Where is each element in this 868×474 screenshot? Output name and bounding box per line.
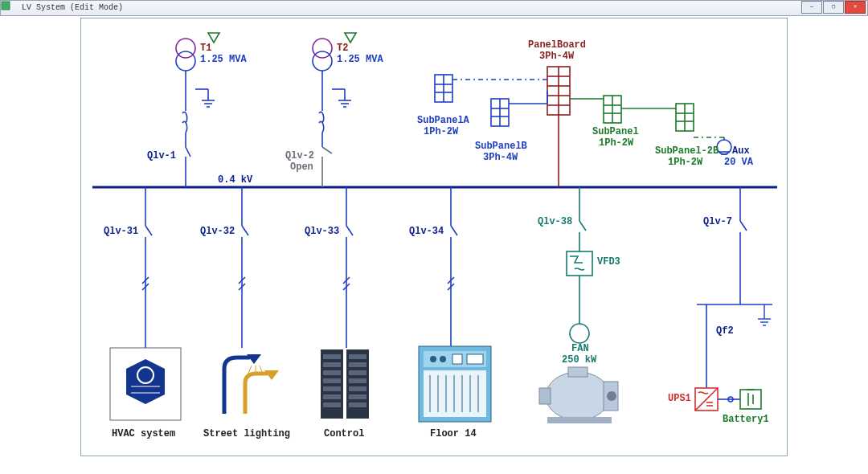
panelboard-name[interactable]: PanelBoard bbox=[528, 39, 586, 51]
qf2-label[interactable]: Qf2 bbox=[716, 325, 734, 337]
svg-line-64 bbox=[346, 226, 353, 235]
svg-rect-106 bbox=[323, 370, 341, 375]
battery1-label[interactable]: Battery1 bbox=[723, 414, 769, 425]
fan-name[interactable]: FAN bbox=[571, 343, 589, 354]
svg-line-85 bbox=[695, 388, 718, 411]
maximize-button[interactable]: ▢ bbox=[823, 1, 844, 14]
qlv32-label[interactable]: Qlv-32 bbox=[200, 226, 235, 237]
subpanel-name[interactable]: SubPanel bbox=[592, 126, 639, 137]
close-button[interactable]: ✕ bbox=[845, 1, 866, 14]
svg-point-132 bbox=[546, 372, 610, 420]
qlv38-label[interactable]: Qlv-38 bbox=[538, 216, 572, 227]
svg-line-6 bbox=[186, 147, 190, 157]
svg-rect-109 bbox=[323, 394, 341, 399]
t2-rating: 1.25 MVA bbox=[337, 54, 383, 65]
svg-rect-111 bbox=[349, 354, 366, 359]
minimize-button[interactable]: — bbox=[801, 1, 822, 14]
t1-name[interactable]: T1 bbox=[200, 43, 211, 54]
qlv1-label[interactable]: Qlv-1 bbox=[147, 150, 176, 161]
subpanel-spec: 1Ph-2W bbox=[599, 137, 633, 149]
svg-rect-108 bbox=[323, 386, 341, 391]
svg-point-129 bbox=[440, 356, 446, 362]
control-caption: Control bbox=[324, 428, 364, 439]
svg-rect-110 bbox=[323, 402, 341, 407]
subpanel-b-spec: 3Ph-4W bbox=[483, 152, 518, 163]
app-icon bbox=[4, 2, 14, 12]
svg-point-128 bbox=[430, 356, 436, 362]
floor14-caption: Floor 14 bbox=[430, 428, 477, 439]
svg-point-135 bbox=[607, 391, 616, 401]
svg-rect-130 bbox=[452, 354, 462, 364]
svg-rect-116 bbox=[349, 394, 366, 399]
subpanel-2b-name[interactable]: SubPanel-2B bbox=[655, 145, 719, 157]
svg-rect-133 bbox=[539, 388, 551, 404]
street-caption: Street lighting bbox=[203, 428, 290, 439]
ups1-label[interactable]: UPS1 bbox=[668, 393, 691, 404]
subpanel-b-name[interactable]: SubPanelB bbox=[475, 141, 527, 152]
svg-point-74 bbox=[570, 324, 589, 343]
subpanel-a-spec: 1Ph-2W bbox=[424, 126, 458, 137]
svg-marker-95 bbox=[126, 359, 165, 404]
subpanel-2b-spec: 1Ph-2W bbox=[668, 157, 702, 168]
aux-rating: 20 VA bbox=[724, 157, 753, 168]
svg-rect-102 bbox=[321, 349, 343, 419]
svg-rect-105 bbox=[323, 362, 341, 367]
window-title: LV System (Edit Mode) bbox=[22, 3, 123, 12]
svg-point-14 bbox=[313, 51, 332, 71]
qlv2-state: Open bbox=[290, 161, 313, 173]
svg-point-3 bbox=[176, 51, 195, 71]
svg-line-17 bbox=[322, 147, 332, 153]
bus-voltage: 0.4 kV bbox=[218, 174, 252, 186]
svg-rect-107 bbox=[323, 378, 341, 383]
vfd3-label[interactable]: VFD3 bbox=[597, 256, 620, 268]
svg-rect-131 bbox=[467, 354, 483, 364]
svg-rect-104 bbox=[323, 354, 341, 359]
schematic-svg bbox=[81, 18, 788, 457]
window-titlebar[interactable]: LV System (Edit Mode) — ▢ ✕ bbox=[0, 0, 868, 16]
svg-rect-137 bbox=[547, 417, 612, 423]
t1-rating: 1.25 MVA bbox=[200, 54, 247, 65]
qlv2-label[interactable]: Qlv-2 bbox=[285, 150, 314, 161]
qlv34-label[interactable]: Qlv-34 bbox=[409, 226, 444, 237]
svg-rect-112 bbox=[349, 362, 366, 367]
svg-line-70 bbox=[579, 221, 586, 231]
svg-rect-113 bbox=[349, 370, 366, 375]
qlv7-label[interactable]: Qlv-7 bbox=[703, 216, 732, 227]
subpanel-a-name[interactable]: SubPanelA bbox=[417, 115, 469, 126]
svg-rect-0 bbox=[2, 2, 10, 10]
svg-rect-72 bbox=[567, 251, 592, 276]
svg-rect-120 bbox=[424, 370, 486, 417]
svg-rect-114 bbox=[349, 378, 366, 383]
qlv31-label[interactable]: Qlv-31 bbox=[104, 226, 138, 237]
svg-rect-90 bbox=[740, 390, 761, 409]
window-buttons: — ▢ ✕ bbox=[801, 1, 866, 14]
svg-line-67 bbox=[451, 226, 457, 235]
svg-line-61 bbox=[242, 226, 248, 235]
svg-rect-136 bbox=[568, 367, 588, 377]
svg-line-76 bbox=[740, 221, 747, 231]
fan-rating: 250 kW bbox=[562, 354, 596, 366]
svg-rect-117 bbox=[349, 402, 366, 407]
aux-name[interactable]: Aux bbox=[732, 145, 750, 157]
qlv33-label[interactable]: Qlv-33 bbox=[305, 226, 339, 237]
panelboard-spec: 3Ph-4W bbox=[539, 51, 574, 62]
app-window: LV System (Edit Mode) — ▢ ✕ bbox=[0, 0, 868, 474]
svg-line-58 bbox=[145, 226, 152, 235]
t2-name[interactable]: T2 bbox=[337, 43, 348, 54]
svg-rect-103 bbox=[346, 349, 369, 419]
hvac-caption: HVAC system bbox=[112, 428, 175, 439]
svg-rect-115 bbox=[349, 386, 366, 391]
diagram-canvas[interactable]: T1 1.25 MVA T2 1.25 MVA 0.4 kV Qlv-1 Qlv… bbox=[80, 18, 788, 456]
